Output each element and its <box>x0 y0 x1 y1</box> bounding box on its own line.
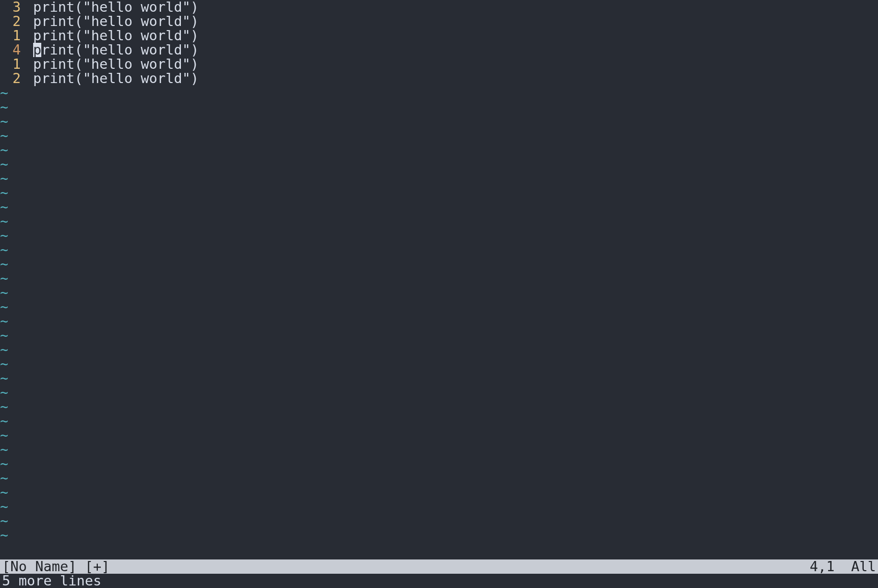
empty-line-marker: ~ <box>0 457 878 471</box>
line-text[interactable]: print("hello world") <box>25 43 199 57</box>
empty-line-marker: ~ <box>0 371 878 385</box>
line-text[interactable]: print("hello world") <box>25 14 199 29</box>
empty-line-marker: ~ <box>0 485 878 499</box>
editor-line[interactable]: 2 print("hello world") <box>0 14 878 29</box>
empty-line-marker: ~ <box>0 257 878 271</box>
line-number: 4 <box>0 43 25 57</box>
empty-line-marker: ~ <box>0 357 878 371</box>
empty-line-marker: ~ <box>0 528 878 542</box>
empty-line-marker: ~ <box>0 100 878 114</box>
editor-line[interactable]: 2 print("hello world") <box>0 71 878 86</box>
status-filename: [No Name] [+] <box>0 559 110 574</box>
empty-line-marker: ~ <box>0 157 878 171</box>
empty-line-marker: ~ <box>0 442 878 457</box>
editor-line[interactable]: 3 print("hello world") <box>0 0 878 14</box>
cursor: p <box>33 43 41 57</box>
status-percent: All <box>851 559 878 574</box>
command-line[interactable]: 5 more lines <box>0 574 878 588</box>
empty-line-marker: ~ <box>0 414 878 428</box>
line-text[interactable]: print("hello world") <box>25 71 199 86</box>
status-line: [No Name] [+] 4,1 All <box>0 559 878 574</box>
empty-line-marker: ~ <box>0 514 878 528</box>
empty-line-marker: ~ <box>0 499 878 514</box>
empty-line-marker: ~ <box>0 128 878 143</box>
empty-line-marker: ~ <box>0 86 878 100</box>
empty-line-marker: ~ <box>0 271 878 285</box>
empty-line-marker: ~ <box>0 428 878 442</box>
empty-line-marker: ~ <box>0 114 878 128</box>
empty-line-marker: ~ <box>0 342 878 357</box>
line-number: 2 <box>0 14 25 29</box>
line-number: 1 <box>0 29 25 43</box>
status-spacer <box>110 559 810 574</box>
vim-editor[interactable]: 3 print("hello world")2 print("hello wor… <box>0 0 878 588</box>
line-text[interactable]: print("hello world") <box>25 0 199 14</box>
editor-line[interactable]: 1 print("hello world") <box>0 57 878 71</box>
empty-line-marker: ~ <box>0 143 878 157</box>
line-text[interactable]: print("hello world") <box>25 57 199 71</box>
empty-line-marker: ~ <box>0 385 878 399</box>
editor-buffer[interactable]: 3 print("hello world")2 print("hello wor… <box>0 0 878 559</box>
empty-line-marker: ~ <box>0 171 878 185</box>
status-cursor-position: 4,1 <box>810 559 851 574</box>
editor-line[interactable]: 1 print("hello world") <box>0 29 878 43</box>
line-number: 2 <box>0 71 25 86</box>
empty-line-marker: ~ <box>0 399 878 414</box>
line-number: 3 <box>0 0 25 14</box>
empty-line-marker: ~ <box>0 200 878 214</box>
editor-line[interactable]: 4 print("hello world") <box>0 43 878 57</box>
empty-line-marker: ~ <box>0 471 878 485</box>
empty-line-marker: ~ <box>0 300 878 314</box>
empty-line-marker: ~ <box>0 314 878 328</box>
line-number: 1 <box>0 57 25 71</box>
empty-line-marker: ~ <box>0 185 878 200</box>
empty-line-marker: ~ <box>0 328 878 342</box>
empty-line-marker: ~ <box>0 243 878 257</box>
empty-line-marker: ~ <box>0 214 878 228</box>
empty-line-marker: ~ <box>0 228 878 243</box>
line-text[interactable]: print("hello world") <box>25 29 199 43</box>
empty-line-marker: ~ <box>0 285 878 300</box>
